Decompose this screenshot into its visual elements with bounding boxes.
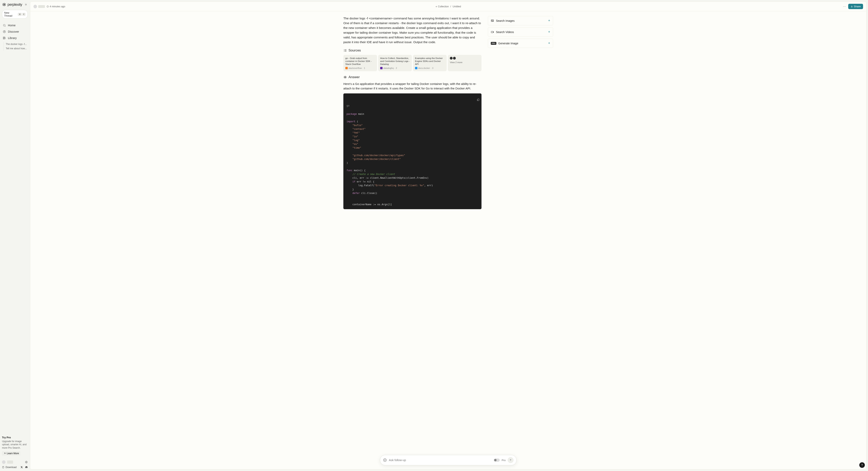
source-view-more[interactable]: View 2 more <box>448 55 482 71</box>
external-link-icon <box>4 452 6 454</box>
download-row: Download <box>2 466 28 469</box>
copy-code-button[interactable] <box>466 95 479 105</box>
gear-icon[interactable] <box>25 461 28 464</box>
right-column: Search Images + Search Videos + PRO Gene… <box>488 16 553 445</box>
kbd-k: K <box>22 13 26 16</box>
try-pro-title: Try Pro <box>2 436 28 439</box>
svg-point-4 <box>26 462 27 463</box>
help-label: ? <box>861 464 863 467</box>
source-site: stackoverflow <box>348 67 362 69</box>
author-block <box>33 5 45 8</box>
generate-image-label: Generate Image <box>498 42 518 45</box>
search-images-label: Search Images <box>496 19 515 22</box>
discord-icon[interactable] <box>25 466 28 469</box>
svg-rect-11 <box>491 31 493 33</box>
search-images-card[interactable]: Search Images + <box>488 16 553 25</box>
svg-point-0 <box>3 24 5 26</box>
main-area: 4 minutes ago + Collection / Untitled ⋯ … <box>30 2 866 469</box>
code-block: go package main import ( "bufio" "contex… <box>343 93 482 209</box>
source-index: 2 <box>396 67 397 69</box>
svg-point-10 <box>492 20 492 21</box>
author-avatar-icon <box>33 5 37 8</box>
library-icon <box>3 36 6 39</box>
view-more-label: View 2 more <box>450 61 479 64</box>
source-site: datadoghq <box>383 67 394 69</box>
answer-title: Answer <box>348 75 360 79</box>
source-card[interactable]: Examples using the Docker Engine SDKs an… <box>413 55 447 71</box>
learn-more-label: Learn More <box>7 452 19 455</box>
logo-row: perplexity <box>2 2 28 7</box>
plus-icon: + <box>548 30 550 34</box>
plus-icon: + <box>548 41 550 45</box>
share-label: Share <box>854 5 861 8</box>
download-icon <box>2 466 4 468</box>
new-thread-label: New Thread <box>4 11 17 17</box>
x-twitter-icon[interactable] <box>20 466 23 468</box>
clock-icon <box>46 5 49 8</box>
nav-discover[interactable]: Discover <box>2 29 28 35</box>
source-card[interactable]: go - Grab output from container in Docke… <box>343 55 377 71</box>
nav-library[interactable]: Library <box>2 35 28 41</box>
source-title: Examples using the Docker Engine SDKs an… <box>415 57 445 66</box>
search-videos-card[interactable]: Search Videos + <box>488 27 553 37</box>
download-label[interactable]: Download <box>5 466 17 469</box>
svg-rect-2 <box>3 37 4 39</box>
video-icon <box>491 30 494 34</box>
learn-more-button[interactable]: Learn More <box>2 451 20 456</box>
time-label: 4 minutes ago <box>50 5 65 8</box>
github-icon <box>450 57 453 60</box>
svg-rect-3 <box>4 37 5 39</box>
followup-input[interactable] <box>389 459 492 462</box>
thread-title[interactable]: Untitled <box>453 5 461 8</box>
svg-rect-5 <box>3 466 4 468</box>
library-subitem[interactable]: The docker logs -f... <box>5 42 28 46</box>
new-thread-button[interactable]: New Thread ⌘ K <box>2 10 28 19</box>
arrow-up-icon <box>509 459 512 462</box>
attach-icon[interactable] <box>383 458 387 462</box>
help-button[interactable]: ? <box>859 462 865 468</box>
svg-rect-8 <box>478 99 479 101</box>
source-card[interactable]: How to Collect, Standardize, and Central… <box>378 55 412 71</box>
user-prompt: The docker logs -f <containername> comma… <box>343 16 482 44</box>
generate-image-card[interactable]: PRO Generate Image + <box>488 39 553 48</box>
collapse-sidebar-icon[interactable] <box>25 3 28 6</box>
clipboard-icon <box>477 98 479 101</box>
sources-header: Sources <box>343 49 482 53</box>
collection-label: Collection <box>438 5 449 8</box>
submit-button[interactable] <box>507 457 514 463</box>
sources-title: Sources <box>348 49 361 53</box>
source-title: go - Grab output from container in Docke… <box>345 57 375 66</box>
sources-grid: go - Grab output from container in Docke… <box>343 55 482 71</box>
image-icon <box>491 19 494 22</box>
try-pro-desc: Upgrade for image upload, smarter AI, an… <box>2 440 28 450</box>
plus-icon: + <box>548 19 550 23</box>
user-avatar-icon[interactable] <box>2 460 5 464</box>
sources-icon <box>343 49 347 52</box>
library-subitems: The docker logs -f... Tell me about how.… <box>4 42 28 51</box>
svg-rect-7 <box>851 6 852 7</box>
sidebar: perplexity New Thread ⌘ K Home Discover … <box>0 0 30 471</box>
library-subitem[interactable]: Tell me about how... <box>5 46 28 51</box>
collection-button[interactable]: + Collection <box>436 5 449 8</box>
author-name-redacted <box>38 5 45 8</box>
source-title: How to Collect, Standardize, and Central… <box>380 57 410 66</box>
pro-toggle[interactable] <box>494 459 500 462</box>
source-index: 1 <box>364 67 365 69</box>
favicon-stackoverflow <box>345 67 348 69</box>
topbar: 4 minutes ago + Collection / Untitled ⋯ … <box>30 2 866 11</box>
answer-header: Answer <box>343 75 482 79</box>
nav-library-label: Library <box>8 36 17 39</box>
home-icon <box>3 24 6 27</box>
share-button[interactable]: Share <box>848 4 863 9</box>
time-block: 4 minutes ago <box>46 5 65 8</box>
code-lang: go <box>346 104 478 108</box>
content-scroll[interactable]: The docker logs -f <containername> comma… <box>30 11 866 469</box>
svg-point-1 <box>3 30 5 33</box>
breadcrumb-sep: / <box>451 5 451 8</box>
lock-icon <box>850 5 853 8</box>
username-redacted <box>7 461 13 464</box>
search-videos-label: Search Videos <box>496 30 514 34</box>
nav-home[interactable]: Home <box>2 22 28 29</box>
more-menu-icon[interactable]: ⋯ <box>843 5 846 8</box>
favicon-datadog <box>380 67 382 69</box>
